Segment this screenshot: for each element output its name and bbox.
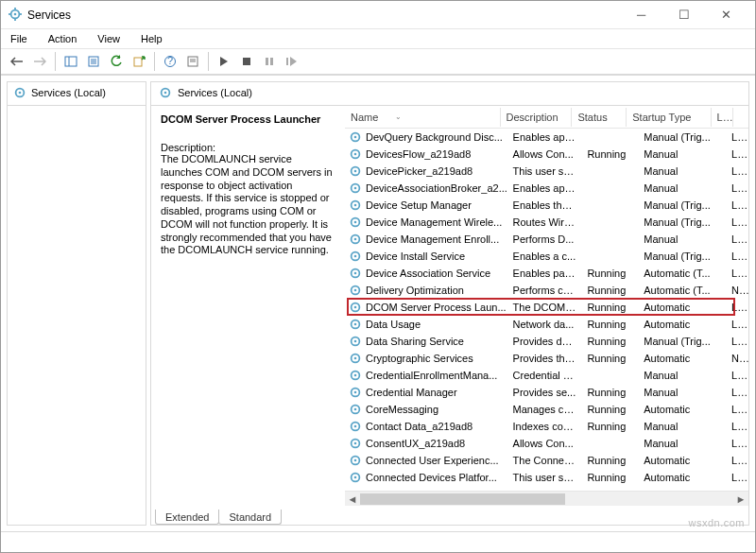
service-row[interactable]: Connected Devices Platfor...This user se… — [345, 469, 748, 486]
service-row[interactable]: Cryptographic ServicesProvides thr...Run… — [345, 350, 748, 367]
service-row[interactable]: Device Management Enroll...Performs D...… — [345, 231, 748, 248]
service-row[interactable]: DevicesFlow_a219ad8Allows Con...RunningM… — [345, 146, 748, 163]
service-description: Enables app... — [507, 131, 582, 143]
scroll-right-icon[interactable]: ► — [733, 493, 748, 505]
service-row[interactable]: Credential ManagerProvides se...RunningM… — [345, 384, 748, 401]
properties-button[interactable] — [83, 51, 104, 72]
svg-point-37 — [354, 221, 357, 224]
service-logon: Lo — [726, 165, 748, 177]
menu-action[interactable]: Action — [44, 31, 81, 46]
menu-help[interactable]: Help — [137, 31, 166, 46]
svg-point-33 — [354, 187, 357, 190]
service-name: ConsentUX_a219ad8 — [366, 438, 465, 449]
forward-button[interactable] — [29, 51, 50, 72]
service-name: DevQuery Background Disc... — [366, 131, 503, 143]
description-text: The DCOMLAUNCH service launches COM and … — [161, 153, 335, 257]
col-startup-type[interactable]: Startup Type — [627, 108, 711, 127]
toolbar-separator — [208, 52, 209, 71]
service-status: Running — [581, 319, 638, 330]
svg-point-23 — [19, 92, 22, 95]
service-row[interactable]: Data UsageNetwork da...RunningAutomaticL… — [345, 316, 748, 333]
service-row[interactable]: ConsentUX_a219ad8Allows Con...ManualLo — [345, 435, 748, 452]
service-row[interactable]: CredentialEnrollmentMana...Credential E.… — [345, 367, 748, 384]
gear-icon — [349, 318, 362, 331]
service-row[interactable]: Device Install ServiceEnables a c...Manu… — [345, 248, 748, 265]
gear-icon — [349, 369, 362, 382]
service-row[interactable]: Contact Data_a219ad8Indexes con...Runnin… — [345, 418, 748, 435]
tab-extended[interactable]: Extended — [155, 510, 219, 525]
service-name: DCOM Server Process Laun... — [366, 302, 507, 313]
service-description: Indexes con... — [507, 421, 582, 432]
col-status[interactable]: Status — [572, 108, 627, 127]
close-button[interactable]: ✕ — [705, 1, 747, 29]
service-row[interactable]: Device Setup ManagerEnables the ...Manua… — [345, 197, 748, 214]
scroll-track[interactable] — [360, 492, 733, 507]
service-name: Cryptographic Services — [366, 353, 473, 364]
service-description: Network da... — [507, 319, 582, 330]
service-startup-type: Automatic — [638, 302, 726, 313]
gear-icon — [349, 267, 362, 280]
service-description: Performs D... — [507, 233, 582, 245]
service-row[interactable]: Device Association ServiceEnables pair..… — [345, 265, 748, 282]
service-name: CoreMessaging — [366, 404, 438, 415]
service-row[interactable]: DeviceAssociationBroker_a2...Enables app… — [345, 180, 748, 197]
service-row[interactable]: Connected User Experienc...The Connec...… — [345, 452, 748, 469]
minimize-button[interactable]: ─ — [620, 1, 662, 29]
toolbar: ? — [1, 48, 755, 75]
svg-point-35 — [354, 204, 357, 207]
service-logon: Lo — [726, 148, 748, 160]
tree-root-item[interactable]: Services (Local) — [8, 82, 146, 106]
horizontal-scrollbar[interactable]: ◄ ► — [345, 491, 748, 506]
service-row[interactable]: Delivery OptimizationPerforms co...Runni… — [345, 282, 748, 299]
pause-service-button[interactable] — [259, 51, 280, 72]
service-row[interactable]: DevicePicker_a219ad8This user ser...Manu… — [345, 163, 748, 180]
menu-view[interactable]: View — [94, 31, 124, 46]
service-row[interactable]: DCOM Server Process Laun...The DCOML...R… — [345, 299, 748, 316]
service-logon: Lo — [726, 438, 748, 449]
scroll-left-icon[interactable]: ◄ — [345, 493, 360, 505]
view-tabs: Extended Standard — [151, 506, 748, 525]
tab-standard[interactable]: Standard — [218, 510, 282, 525]
svg-point-49 — [354, 323, 357, 326]
service-description: The DCOML... — [507, 302, 582, 313]
export-button[interactable] — [129, 51, 149, 72]
service-logon: Lo — [726, 233, 748, 245]
service-row[interactable]: Device Management Wirele...Routes Wire..… — [345, 214, 748, 231]
service-row[interactable]: CoreMessagingManages co...RunningAutomat… — [345, 401, 748, 418]
gear-icon — [349, 437, 362, 450]
refresh-button[interactable] — [106, 51, 127, 72]
main-pane: Services (Local) DCOM Server Process Lau… — [150, 81, 749, 526]
svg-point-31 — [354, 170, 357, 173]
maximize-button[interactable]: ☐ — [662, 1, 705, 29]
service-row[interactable]: Data Sharing ServiceProvides da...Runnin… — [345, 333, 748, 350]
service-status: Running — [581, 387, 638, 398]
statusbar — [1, 531, 755, 552]
service-startup-type: Manual — [638, 421, 726, 432]
service-description: Allows Con... — [507, 438, 582, 449]
show-hide-tree-button[interactable] — [60, 51, 81, 72]
help-button[interactable]: ? — [160, 51, 180, 72]
gear-icon — [349, 199, 362, 212]
service-name: Credential Manager — [366, 387, 457, 398]
menubar: File Action View Help — [1, 29, 755, 48]
start-service-button[interactable] — [214, 51, 234, 72]
gear-icon — [349, 454, 362, 467]
service-row[interactable]: DevQuery Background Disc...Enables app..… — [345, 129, 748, 146]
scroll-thumb[interactable] — [360, 493, 565, 505]
service-startup-type: Automatic (T... — [638, 285, 726, 296]
service-startup-type: Automatic — [638, 472, 726, 483]
restart-service-button[interactable] — [282, 51, 302, 72]
window-title: Services — [27, 9, 71, 22]
stop-service-button[interactable] — [236, 51, 257, 72]
service-logon: Ne — [726, 285, 748, 296]
menu-file[interactable]: File — [7, 31, 31, 46]
gear-icon — [349, 403, 362, 416]
back-button[interactable] — [7, 51, 27, 72]
titlebar: Services ─ ☐ ✕ — [1, 1, 755, 29]
col-description[interactable]: Description — [501, 108, 573, 127]
properties-button-2[interactable] — [182, 51, 203, 72]
service-status: Running — [581, 421, 638, 432]
col-name[interactable]: Name ⌄ — [345, 108, 501, 127]
col-logon[interactable]: Lo — [712, 108, 733, 127]
svg-point-47 — [354, 306, 357, 309]
